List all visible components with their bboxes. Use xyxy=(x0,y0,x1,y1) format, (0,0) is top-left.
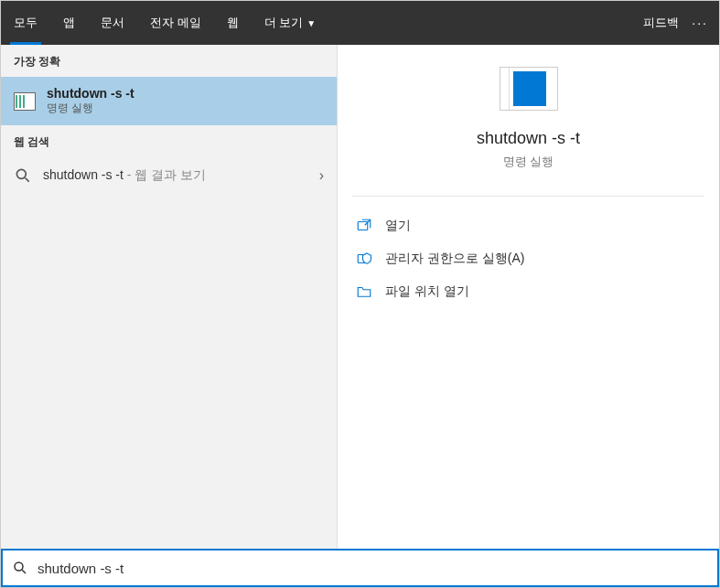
tab-email[interactable]: 전자 메일 xyxy=(137,1,214,45)
header-right: 피드백 ··· xyxy=(643,1,719,45)
svg-point-0 xyxy=(16,169,26,178)
web-result-text: shutdown -s -t - 웹 결과 보기 xyxy=(43,167,308,184)
search-input[interactable] xyxy=(38,561,708,576)
search-icon xyxy=(12,560,28,576)
actions-list: 열기 관리자 권한으로 실행(A) 파일 위치 열기 xyxy=(352,197,704,321)
tab-label: 전자 메일 xyxy=(150,15,201,31)
shield-icon xyxy=(356,251,372,267)
result-text: shutdown -s -t 명령 실행 xyxy=(47,86,134,116)
action-open[interactable]: 열기 xyxy=(352,209,704,242)
preview-pane: shutdown -s -t 명령 실행 열기 관리자 권한으로 실행(A) xyxy=(338,45,719,549)
tab-label: 더 보기 xyxy=(264,15,304,31)
best-match-header: 가장 정확 xyxy=(1,45,337,77)
best-match-result[interactable]: shutdown -s -t 명령 실행 xyxy=(1,77,337,125)
more-options-icon[interactable]: ··· xyxy=(692,16,708,30)
web-search-result[interactable]: shutdown -s -t - 웹 결과 보기 › xyxy=(1,157,337,194)
app-icon xyxy=(14,92,36,111)
action-open-location[interactable]: 파일 위치 열기 xyxy=(352,275,704,308)
tab-docs[interactable]: 문서 xyxy=(88,1,137,45)
web-suffix: - 웹 결과 보기 xyxy=(124,167,206,182)
preview-subtitle: 명령 실행 xyxy=(503,154,554,170)
web-query: shutdown -s -t xyxy=(43,167,124,182)
svg-rect-2 xyxy=(358,222,368,230)
tab-apps[interactable]: 앱 xyxy=(50,1,88,45)
action-label: 파일 위치 열기 xyxy=(385,283,469,300)
feedback-link[interactable]: 피드백 xyxy=(643,15,679,31)
preview-title: shutdown -s -t xyxy=(477,129,580,148)
chevron-down-icon: ▼ xyxy=(306,18,316,28)
tab-label: 웹 xyxy=(227,15,239,31)
result-title: shutdown -s -t xyxy=(47,86,134,101)
action-label: 관리자 권한으로 실행(A) xyxy=(385,251,524,267)
folder-icon xyxy=(356,283,372,300)
preview-header: shutdown -s -t 명령 실행 xyxy=(352,67,704,197)
web-search-header: 웹 검색 xyxy=(1,125,337,157)
chevron-right-icon: › xyxy=(319,167,324,184)
main-content: 가장 정확 shutdown -s -t 명령 실행 웹 검색 shutdown… xyxy=(1,45,719,549)
result-subtitle: 명령 실행 xyxy=(47,101,134,116)
svg-point-4 xyxy=(15,562,23,571)
tab-label: 모두 xyxy=(14,15,38,31)
action-run-admin[interactable]: 관리자 권한으로 실행(A) xyxy=(352,242,704,275)
svg-line-1 xyxy=(26,178,29,182)
tab-more[interactable]: 더 보기 ▼ xyxy=(252,1,329,45)
tab-label: 앱 xyxy=(63,15,75,31)
search-icon xyxy=(14,166,32,185)
open-icon xyxy=(356,218,372,234)
svg-line-5 xyxy=(22,570,26,573)
preview-app-icon xyxy=(500,67,558,111)
tab-label: 문서 xyxy=(101,15,124,31)
header-tabs: 모두 앱 문서 전자 메일 웹 더 보기 ▼ xyxy=(1,1,328,45)
tab-all[interactable]: 모두 xyxy=(1,1,50,45)
header-bar: 모두 앱 문서 전자 메일 웹 더 보기 ▼ 피드백 ··· xyxy=(1,1,719,45)
search-bar[interactable] xyxy=(1,549,719,587)
action-label: 열기 xyxy=(385,218,411,234)
tab-web[interactable]: 웹 xyxy=(214,1,252,45)
results-pane: 가장 정확 shutdown -s -t 명령 실행 웹 검색 shutdown… xyxy=(1,45,338,549)
